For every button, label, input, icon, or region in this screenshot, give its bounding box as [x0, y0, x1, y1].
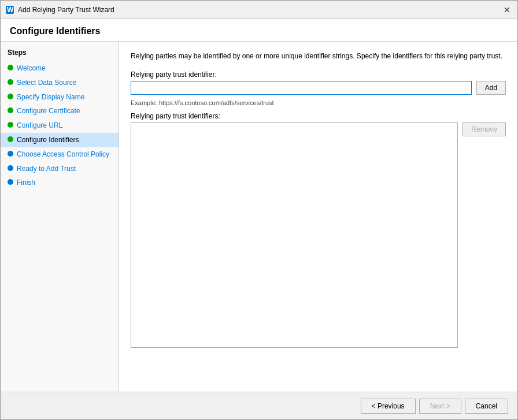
- sidebar: Steps Welcome Select Data Source Specify…: [1, 42, 119, 392]
- page-title: Configure Identifiers: [10, 26, 100, 36]
- sidebar-item-choose-access-control-policy[interactable]: Choose Access Control Policy: [1, 147, 119, 162]
- sidebar-item-label-finish: Finish: [17, 178, 35, 188]
- step-dot-choose-access-control-policy: [8, 151, 13, 157]
- page-header: Configure Identifiers: [1, 19, 517, 42]
- wizard-icon: W: [5, 5, 14, 14]
- add-button[interactable]: Add: [476, 81, 506, 95]
- example-text: Example: https://fs.contoso.com/adfs/ser…: [131, 99, 506, 106]
- identifier-form-group: Relying party trust identifier: Add: [131, 70, 506, 95]
- main-content: Relying parties may be identified by one…: [119, 42, 517, 392]
- sidebar-item-label-specify-display-name: Specify Display Name: [17, 92, 84, 102]
- footer: < Previous Next > Cancel: [1, 392, 517, 419]
- sidebar-item-select-data-source[interactable]: Select Data Source: [1, 76, 119, 90]
- sidebar-item-welcome[interactable]: Welcome: [1, 61, 119, 76]
- sidebar-item-label-configure-certificate: Configure Certificate: [17, 106, 80, 116]
- title-bar: W Add Relying Party Trust Wizard ✕: [1, 1, 517, 19]
- previous-button[interactable]: < Previous: [361, 399, 416, 414]
- sidebar-item-configure-url[interactable]: Configure URL: [1, 118, 119, 133]
- steps-label: Steps: [1, 49, 119, 61]
- cancel-button[interactable]: Cancel: [465, 399, 508, 414]
- close-button[interactable]: ✕: [501, 4, 513, 16]
- step-dot-welcome: [8, 65, 13, 70]
- identifiers-list-group: Relying party trust identifiers: Remove: [131, 112, 506, 348]
- content-area: Steps Welcome Select Data Source Specify…: [1, 42, 517, 392]
- sidebar-item-label-welcome: Welcome: [17, 64, 46, 73]
- step-dot-ready-to-add-trust: [8, 165, 13, 171]
- sidebar-item-label-configure-url: Configure URL: [17, 121, 62, 131]
- sidebar-item-label-select-data-source: Select Data Source: [17, 78, 76, 88]
- sidebar-item-configure-identifiers[interactable]: Configure Identifiers: [1, 133, 119, 147]
- dialog-window: W Add Relying Party Trust Wizard ✕ Confi…: [0, 0, 518, 420]
- sidebar-item-label-configure-identifiers: Configure Identifiers: [17, 135, 79, 145]
- sidebar-item-label-ready-to-add-trust: Ready to Add Trust: [17, 164, 76, 174]
- identifiers-textarea[interactable]: [131, 122, 458, 348]
- step-dot-select-data-source: [8, 79, 13, 85]
- identifiers-row: Remove: [131, 122, 506, 348]
- remove-button[interactable]: Remove: [462, 122, 506, 136]
- step-dot-configure-url: [8, 122, 13, 128]
- step-dot-specify-display-name: [8, 94, 13, 99]
- sidebar-item-ready-to-add-trust[interactable]: Ready to Add Trust: [1, 162, 119, 176]
- identifiers-list-label: Relying party trust identifiers:: [131, 112, 506, 120]
- sidebar-item-finish[interactable]: Finish: [1, 176, 119, 190]
- step-dot-configure-identifiers: [8, 136, 13, 142]
- svg-text:W: W: [7, 6, 14, 14]
- identifier-input-row: Add: [131, 81, 506, 95]
- window-title: Add Relying Party Trust Wizard: [18, 6, 114, 14]
- sidebar-item-configure-certificate[interactable]: Configure Certificate: [1, 104, 119, 118]
- step-dot-configure-certificate: [8, 107, 13, 113]
- identifier-input[interactable]: [131, 81, 472, 95]
- identifier-label: Relying party trust identifier:: [131, 70, 506, 79]
- description-text: Relying parties may be identified by one…: [131, 51, 506, 61]
- step-dot-finish: [8, 179, 13, 185]
- next-button[interactable]: Next >: [419, 399, 461, 414]
- title-bar-left: W Add Relying Party Trust Wizard: [5, 5, 114, 14]
- sidebar-item-label-choose-access-control-policy: Choose Access Control Policy: [17, 150, 109, 159]
- sidebar-item-specify-display-name[interactable]: Specify Display Name: [1, 90, 119, 105]
